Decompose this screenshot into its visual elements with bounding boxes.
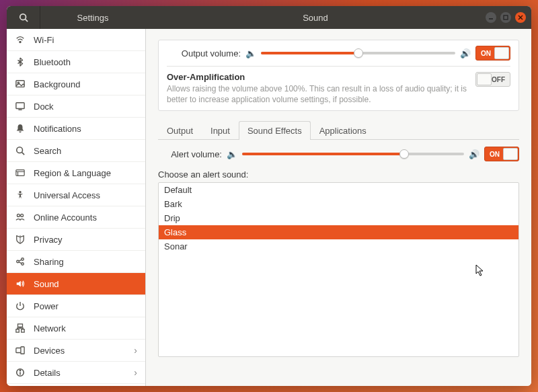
output-volume-label: Output volume: <box>167 48 241 58</box>
alert-sound-sonar[interactable]: Sonar <box>159 239 518 253</box>
app-title: Settings <box>40 13 145 23</box>
sidebar-item-label: Notifications <box>34 124 137 134</box>
overamp-title: Over-Amplification <box>167 72 467 82</box>
minimize-icon <box>488 15 494 20</box>
svg-point-21 <box>22 263 24 266</box>
window-controls <box>486 12 531 23</box>
sidebar-item-wi-fi[interactable]: Wi-Fi <box>7 29 145 51</box>
bluetooth-icon <box>15 56 26 67</box>
search-icon <box>15 145 26 156</box>
close-button[interactable] <box>515 12 526 23</box>
sidebar-item-label: Network <box>34 323 137 334</box>
svg-point-31 <box>20 370 20 370</box>
sidebar-item-search[interactable]: Search <box>7 140 145 162</box>
sidebar-item-network[interactable]: Network <box>7 317 145 340</box>
sidebar-item-privacy[interactable]: Privacy <box>7 229 145 251</box>
maximize-button[interactable] <box>500 12 511 23</box>
content-area: Output volume: 🔈 🔊 ON Over-Amplification… <box>146 29 531 386</box>
sidebar-item-details[interactable]: Details› <box>7 362 145 384</box>
alert-sound-drip[interactable]: Drip <box>159 211 518 225</box>
alert-toggle[interactable]: ON <box>484 147 519 161</box>
power-icon <box>15 301 26 311</box>
devices-icon <box>15 345 26 356</box>
search-button[interactable] <box>7 6 40 29</box>
speaker-high-icon: 🔊 <box>469 149 479 159</box>
sound-tabs: OutputInputSound EffectsApplications <box>158 120 519 140</box>
svg-rect-25 <box>16 329 19 332</box>
choose-alert-label: Choose an alert sound: <box>158 169 519 180</box>
svg-point-20 <box>22 258 24 261</box>
speaker-low-icon: 🔈 <box>246 48 256 58</box>
alert-sound-bark[interactable]: Bark <box>159 197 518 211</box>
access-icon <box>15 190 26 200</box>
close-icon <box>518 15 523 20</box>
svg-rect-9 <box>16 103 24 109</box>
svg-rect-13 <box>16 170 24 176</box>
titlebar: Settings Sound <box>7 6 531 29</box>
alert-sound-default[interactable]: Default <box>159 183 518 197</box>
sidebar-item-sound[interactable]: Sound <box>7 273 145 295</box>
overamp-toggle[interactable]: OFF <box>475 72 510 87</box>
details-icon <box>15 367 26 378</box>
settings-window: Settings Sound Wi-FiBluetoothBackgroundD… <box>7 6 531 386</box>
sidebar-item-power[interactable]: Power <box>7 295 145 317</box>
svg-point-6 <box>20 41 21 42</box>
page-title: Sound <box>145 13 486 23</box>
sidebar-item-label: Universal Access <box>34 190 137 200</box>
alert-volume-label: Alert volume: <box>158 149 222 159</box>
tab-applications[interactable]: Applications <box>311 121 375 140</box>
sidebar-item-label: Online Accounts <box>34 212 137 223</box>
sidebar-item-sharing[interactable]: Sharing <box>7 251 145 273</box>
search-icon <box>19 13 28 22</box>
sidebar-item-universal-access[interactable]: Universal Access <box>7 184 145 206</box>
privacy-icon <box>15 234 26 245</box>
region-icon <box>15 167 26 178</box>
bell-icon <box>15 123 26 134</box>
sidebar-item-devices[interactable]: Devices› <box>7 340 145 362</box>
sidebar-item-label: Power <box>34 301 137 311</box>
svg-rect-26 <box>22 329 24 332</box>
svg-point-17 <box>17 214 20 217</box>
minimize-button[interactable] <box>486 12 496 23</box>
sidebar-item-label: Devices <box>34 346 126 356</box>
svg-line-22 <box>19 260 22 261</box>
svg-rect-24 <box>18 324 23 327</box>
tab-sound-effects[interactable]: Sound Effects <box>239 121 311 140</box>
sidebar-item-online-accounts[interactable]: Online Accounts <box>7 206 145 229</box>
sidebar: Wi-FiBluetoothBackgroundDockNotification… <box>7 29 146 386</box>
alert-volume-slider[interactable] <box>242 153 464 155</box>
dock-icon <box>15 101 26 112</box>
sidebar-item-notifications[interactable]: Notifications <box>7 118 145 140</box>
alert-sound-glass[interactable]: Glass <box>159 225 518 239</box>
sidebar-item-dock[interactable]: Dock <box>7 95 145 118</box>
tab-input[interactable]: Input <box>202 121 239 140</box>
sidebar-item-bluetooth[interactable]: Bluetooth <box>7 51 145 73</box>
network-icon <box>15 323 26 334</box>
sidebar-item-region-language[interactable]: Region & Language <box>7 162 145 184</box>
svg-rect-3 <box>504 15 508 19</box>
sidebar-item-label: Sound <box>34 279 137 289</box>
output-toggle[interactable]: ON <box>475 46 510 61</box>
sidebar-item-label: Region & Language <box>34 168 137 178</box>
svg-line-23 <box>19 262 22 264</box>
output-volume-slider[interactable] <box>261 52 455 54</box>
sound-icon <box>15 278 26 289</box>
chevron-right-icon: › <box>134 367 137 378</box>
sidebar-item-label: Dock <box>34 102 137 112</box>
chevron-right-icon: › <box>134 345 137 356</box>
speaker-high-icon: 🔊 <box>461 48 470 58</box>
svg-rect-28 <box>21 347 24 354</box>
svg-line-1 <box>25 19 28 22</box>
tab-output[interactable]: Output <box>158 121 202 140</box>
svg-line-12 <box>22 153 25 155</box>
maximize-icon <box>503 15 508 20</box>
sidebar-item-background[interactable]: Background <box>7 73 145 95</box>
overamp-desc: Allows raising the volume above 100%. Th… <box>167 83 467 105</box>
sidebar-item-label: Details <box>34 368 126 378</box>
wifi-icon <box>15 34 26 45</box>
toggle-text: ON <box>485 151 504 158</box>
sidebar-item-label: Sharing <box>34 257 137 267</box>
svg-point-11 <box>17 147 23 153</box>
alert-sound-list[interactable]: DefaultBarkDripGlassSonar <box>158 182 519 357</box>
svg-point-19 <box>17 260 20 263</box>
